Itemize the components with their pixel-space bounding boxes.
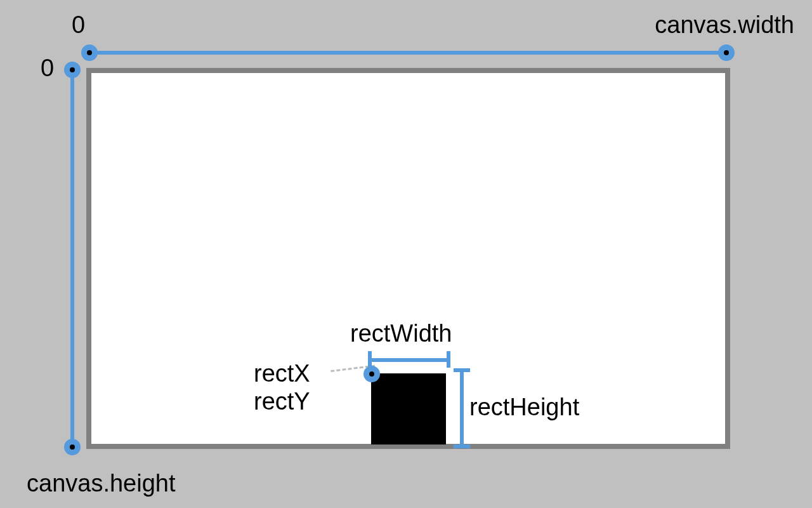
x-axis-end-point — [718, 44, 735, 61]
rect-width-label: rectWidth — [350, 320, 452, 347]
y-origin-label: 0 — [41, 55, 54, 82]
canvas-width-label: canvas.width — [655, 11, 794, 39]
rect-origin-labels: rectX rectY — [254, 360, 310, 415]
rect-y-label: rectY — [254, 388, 310, 416]
x-axis-origin-point — [81, 44, 98, 61]
y-axis-end-point — [64, 439, 81, 455]
x-origin-label: 0 — [72, 11, 85, 39]
canvas-height-label: canvas.height — [27, 470, 176, 497]
rect-height-label: rectHeight — [469, 394, 579, 421]
y-axis-origin-point — [64, 62, 81, 78]
rect-origin-point — [363, 366, 380, 382]
canvas-coordinate-diagram: 0 canvas.width 0 canvas.height rectX rec… — [0, 0, 812, 508]
rect-x-label: rectX — [254, 360, 310, 388]
example-rectangle — [371, 373, 446, 444]
y-axis-ruler — [70, 70, 74, 448]
x-axis-ruler — [89, 51, 727, 55]
